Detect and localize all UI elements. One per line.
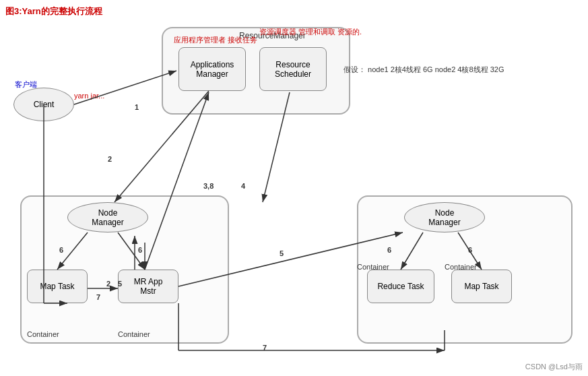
step-1: 1 [135, 103, 139, 111]
step-6-left: 6 [59, 246, 63, 254]
step-5: 5 [280, 249, 284, 257]
step-2: 2 [108, 155, 112, 163]
annotation-hypothesis: 假设： node1 2核4线程 6G node2 4核8线程 32G [344, 64, 504, 76]
diagram-title: 图3:Yarn的完整执行流程 [5, 5, 102, 18]
step-7-left: 7 [96, 293, 100, 301]
applications-manager-node: Applications Manager [178, 47, 246, 91]
mr-app-mstr-node: MR App Mstr [118, 270, 178, 303]
client-node: Client [13, 88, 74, 121]
step-4: 4 [241, 182, 245, 190]
annotation-yarn: yarn jar... [74, 91, 104, 101]
diagram-container: { "title": "图3:Yarn的完整执行流程", "rm_label":… [0, 0, 588, 376]
step-2-bottom: 2 [106, 280, 110, 288]
map-task-node: Map Task [27, 270, 88, 303]
container-label-4: Container [445, 263, 477, 271]
step-6-right2: 6 [468, 246, 472, 254]
container-label-2: Container [118, 330, 150, 338]
step-38: 3,8 [203, 182, 214, 190]
node-manager-right-node: Node Manager [404, 202, 485, 232]
node-manager-left-node: Node Manager [67, 202, 148, 232]
container-label-3: Container [357, 263, 389, 271]
step-6-right1: 6 [387, 246, 391, 254]
step-7-bottom: 7 [263, 344, 267, 352]
container-label-1: Container [27, 330, 59, 338]
watermark: CSDN @Lsd与雨 [525, 362, 583, 372]
map-task-right-node: Map Task [451, 270, 512, 303]
annotation-client: 客户端 [15, 80, 37, 90]
step-6-mid: 6 [138, 246, 142, 254]
resource-scheduler-node: Resource Scheduler [259, 47, 327, 91]
annotation-resource-scheduler: 资源调度器 管理和调取 资源的. [259, 27, 362, 37]
annotation-apps-manager: 应用程序管理者 接收任务 [174, 35, 257, 45]
reduce-task-node: Reduce Task [367, 270, 434, 303]
step-5-bottom: 5 [118, 280, 122, 288]
